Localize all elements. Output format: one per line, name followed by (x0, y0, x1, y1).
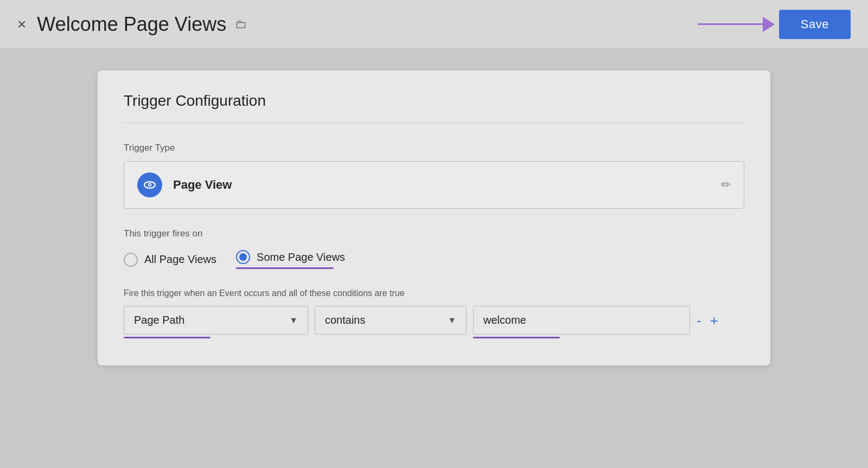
page-path-label: Page Path (134, 314, 184, 326)
condition-label: Fire this trigger when an Event occurs a… (124, 289, 744, 298)
fires-on-label: This trigger fires on (124, 228, 744, 239)
condition-actions: - + (697, 306, 718, 328)
radio-all-page-views[interactable]: All Page Views (124, 253, 216, 267)
value-input[interactable] (473, 306, 690, 335)
arrow-line (698, 23, 763, 25)
contains-label: contains (325, 314, 366, 326)
radio-some-label: Some Page Views (257, 251, 345, 264)
close-button[interactable]: × (17, 17, 26, 32)
page-path-underline (124, 337, 210, 338)
radio-all-circle[interactable] (124, 253, 138, 267)
eye-icon (143, 178, 157, 192)
card-title: Trigger Configuration (124, 92, 744, 110)
radio-all-label: All Page Views (144, 253, 216, 266)
radio-some-page-views[interactable]: Some Page Views (236, 250, 345, 269)
condition-row: Page Path ▼ contains ▼ - + (124, 306, 744, 338)
radio-some-circle[interactable] (236, 250, 250, 264)
trigger-type-label: Trigger Type (124, 143, 744, 153)
folder-icon: 🗀 (235, 17, 247, 31)
contains-chevron-down-icon: ▼ (448, 316, 456, 325)
page-view-icon (137, 172, 162, 197)
trigger-type-box[interactable]: Page View ✏ (124, 161, 744, 209)
main-content: Trigger Configuration Trigger Type Page … (0, 49, 868, 468)
contains-wrapper: contains ▼ (315, 306, 467, 335)
remove-condition-button[interactable]: - (697, 313, 701, 328)
card-divider (124, 123, 744, 123)
page-path-dropdown[interactable]: Page Path ▼ (124, 306, 308, 335)
value-input-wrapper (473, 306, 690, 338)
arrow-annotation (698, 17, 775, 32)
value-input-underline (473, 337, 560, 338)
page-view-label: Page View (173, 178, 232, 192)
save-button[interactable]: Save (779, 10, 851, 39)
page-path-chevron-down-icon: ▼ (289, 316, 298, 325)
add-condition-button[interactable]: + (710, 313, 718, 328)
contains-dropdown[interactable]: contains ▼ (315, 306, 467, 335)
radio-group: All Page Views Some Page Views (124, 250, 744, 269)
page-path-wrapper: Page Path ▼ (124, 306, 308, 338)
radio-all-row[interactable]: All Page Views (124, 253, 216, 267)
edit-icon[interactable]: ✏ (721, 178, 731, 192)
svg-point-2 (149, 184, 150, 185)
arrow-head (763, 17, 775, 32)
page-title: Welcome Page Views (37, 13, 226, 36)
header: × Welcome Page Views 🗀 Save (0, 0, 868, 49)
header-right: Save (698, 10, 851, 39)
trigger-config-card: Trigger Configuration Trigger Type Page … (98, 70, 770, 366)
radio-some-row[interactable]: Some Page Views (236, 250, 345, 264)
some-page-views-underline (236, 267, 334, 269)
